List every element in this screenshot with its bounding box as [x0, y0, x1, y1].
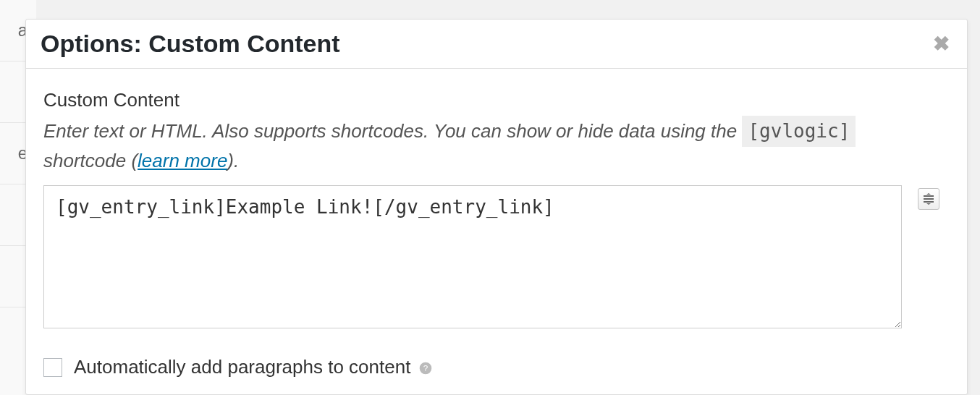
learn-more-link[interactable]: learn more [138, 150, 227, 171]
close-icon[interactable]: ✖ [933, 32, 950, 56]
modal-title: Options: Custom Content [41, 30, 340, 58]
modal-header: Options: Custom Content ✖ [26, 20, 967, 69]
modal-body: Custom Content Enter text or HTML. Also … [26, 69, 967, 386]
options-modal: Options: Custom Content ✖ Custom Content… [25, 19, 968, 395]
help-text-part2: shortcode ( [43, 150, 138, 171]
svg-text:?: ? [423, 363, 428, 373]
textarea-wrapper [43, 185, 950, 331]
svg-marker-3 [926, 193, 931, 195]
auto-paragraphs-row: Automatically add paragraphs to content … [43, 356, 950, 378]
svg-rect-0 [924, 195, 934, 197]
expand-textarea-icon[interactable] [918, 188, 939, 210]
checkbox-label-text: Automatically add paragraphs to content [74, 356, 410, 378]
custom-content-textarea[interactable] [43, 185, 902, 328]
field-help-text: Enter text or HTML. Also supports shortc… [43, 116, 897, 175]
field-label-custom-content: Custom Content [43, 89, 950, 111]
svg-rect-2 [924, 201, 934, 203]
help-icon[interactable]: ? [418, 360, 434, 376]
help-text-part3: ). [227, 150, 239, 171]
help-text-part1: Enter text or HTML. Also supports shortc… [43, 120, 742, 142]
gvlogic-code-chip: [gvlogic] [742, 116, 856, 147]
svg-marker-4 [926, 203, 931, 205]
auto-paragraphs-label: Automatically add paragraphs to content … [74, 356, 434, 378]
svg-rect-1 [924, 198, 934, 200]
auto-paragraphs-checkbox[interactable] [43, 358, 62, 377]
